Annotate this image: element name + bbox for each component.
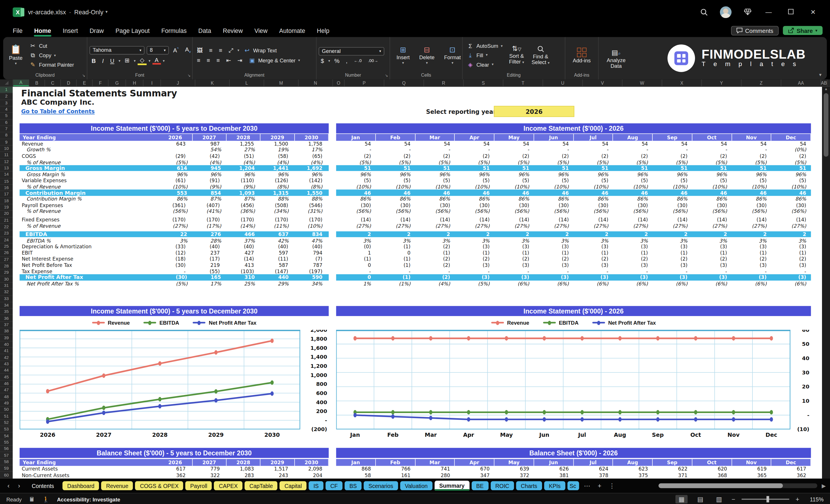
sheet-tab-roic[interactable]: ROIC [490, 481, 514, 490]
is-annual-table[interactable]: Year Ending20262027202820292030Revenue64… [20, 134, 329, 286]
column-header-E[interactable]: E [77, 80, 93, 86]
select-all-corner[interactable] [0, 80, 13, 86]
number-format-select[interactable]: General▾ [319, 47, 384, 56]
format-painter-button[interactable]: ✎Format Painter [27, 61, 76, 69]
column-header-AA[interactable]: AA [781, 80, 821, 86]
column-header-AB[interactable]: AB [821, 80, 827, 86]
premium-diamond-icon[interactable] [743, 8, 752, 16]
column-header-Y[interactable]: Y [702, 80, 742, 86]
orientation-icon[interactable]: ⤢ [226, 47, 235, 54]
row-header-28[interactable]: 28 [0, 263, 12, 270]
column-header-Q[interactable]: Q [384, 80, 424, 86]
row-header-23[interactable]: 23 [0, 230, 12, 237]
currency-icon[interactable]: $ [319, 58, 326, 64]
autosum-button[interactable]: ΣAutoSum▾ [465, 42, 505, 50]
font-name-select[interactable]: Tahoma▾ [90, 46, 145, 54]
ribbon-tab-view[interactable]: View [249, 26, 273, 35]
ribbon-tab-review[interactable]: Review [218, 26, 248, 35]
column-header-K[interactable]: K [195, 80, 230, 86]
sheet-tab-cogs-opex[interactable]: COGS & OPEX [135, 481, 183, 490]
row-header-21[interactable]: 21 [0, 217, 12, 224]
sheet-options-icon[interactable]: ⋮ [606, 482, 618, 490]
sort-filter-button[interactable]: ⇅▽ Sort &Filter ▾ [506, 45, 528, 65]
sheet-tab-summary[interactable]: Summary [435, 481, 469, 491]
row-header-55[interactable]: 55 [0, 439, 12, 446]
column-header-O[interactable]: O [333, 80, 345, 86]
row-header-56[interactable]: 56 [0, 446, 12, 452]
accessibility-status[interactable]: Accessibility: Investigate [57, 496, 120, 502]
row-header-41[interactable]: 41 [0, 348, 12, 354]
sheet-tab-revenue[interactable]: Revenue [101, 481, 133, 490]
sheet-tab-capex[interactable]: CAPEX [214, 481, 243, 490]
row-header-43[interactable]: 43 [0, 361, 12, 368]
delete-cells-button[interactable]: ⊟Delete▾ [415, 45, 439, 65]
normal-view-button[interactable]: ▦ [675, 495, 688, 503]
clipboard-dialog-launcher[interactable]: ↘ [82, 73, 85, 78]
page-break-view-button[interactable]: ▥ [713, 495, 725, 503]
ribbon-tab-formulas[interactable]: Formulas [156, 26, 192, 35]
column-header-L[interactable]: L [230, 80, 264, 86]
bold-button[interactable]: B [90, 58, 98, 64]
decrease-decimal-icon[interactable]: .00→ [366, 58, 380, 63]
row-header-15[interactable]: 15 [0, 178, 12, 185]
sheet-tab-scenarios[interactable]: Scenarios [364, 481, 398, 490]
column-header-I[interactable]: I [143, 80, 161, 86]
sheet-tab-sc[interactable]: Sc [568, 481, 579, 490]
row-header-26[interactable]: 26 [0, 250, 12, 257]
is-monthly-table[interactable]: JanFebMarAprMayJunJulAugSepOctNovDec5454… [336, 134, 811, 286]
column-header-W[interactable]: W [622, 80, 662, 86]
align-right-icon[interactable]: ≡ [214, 57, 222, 63]
sheet-tab-valuation[interactable]: Valuation [400, 481, 433, 490]
read-only-label[interactable]: Read-Only [74, 9, 103, 15]
row-header-7[interactable]: 7 [0, 126, 12, 132]
sheet-tab-bs[interactable]: BS [345, 481, 361, 490]
column-header-J[interactable]: J [161, 80, 195, 86]
row-header-45[interactable]: 45 [0, 374, 12, 380]
number-dialog-launcher[interactable]: ↘ [385, 73, 388, 78]
column-header-V[interactable]: V [583, 80, 622, 86]
sheet-tab-captable[interactable]: CapTable [245, 481, 278, 490]
restore-button[interactable] [786, 8, 796, 16]
row-header-44[interactable]: 44 [0, 368, 12, 374]
macro-record-icon[interactable]: 🖩 [29, 496, 35, 502]
more-sheets-icon[interactable]: ⋯ [581, 482, 593, 490]
row-header-53[interactable]: 53 [0, 426, 12, 433]
page-layout-view-button[interactable]: ▤ [694, 495, 706, 503]
row-header-60[interactable]: 60 [0, 472, 12, 478]
bs-annual-table[interactable]: Year Ending20262027202820292030Current A… [20, 459, 329, 478]
merge-center-button[interactable]: ▣Merge & Center▾ [247, 56, 302, 64]
toc-link[interactable]: Go to Table of Contents [21, 108, 95, 115]
column-header-N[interactable]: N [298, 80, 333, 86]
ribbon-tab-draw[interactable]: Draw [84, 26, 109, 35]
row-header-59[interactable]: 59 [0, 465, 12, 472]
find-select-button[interactable]: Find &Select ▾ [528, 45, 552, 65]
ribbon-tab-insert[interactable]: Insert [58, 26, 83, 35]
scroll-up-icon[interactable]: ▲ [822, 87, 830, 91]
sheet-tab-payroll[interactable]: Payroll [185, 481, 212, 490]
zoom-in-button[interactable]: + [796, 496, 799, 503]
row-header-32[interactable]: 32 [0, 289, 12, 296]
font-size-select[interactable]: 8▾ [147, 46, 169, 54]
tab-scroll-left-icon[interactable]: ‹ [4, 482, 13, 490]
row-header-37[interactable]: 37 [0, 322, 12, 328]
column-header-strip[interactable]: ABCDEFGHIJKLMNOPQRSTUVWXYZAAAB [0, 80, 830, 87]
align-bottom-icon[interactable]: ≡ [217, 47, 225, 54]
row-header-24[interactable]: 24 [0, 237, 12, 244]
row-header-20[interactable]: 20 [0, 211, 12, 217]
row-header-13[interactable]: 13 [0, 165, 12, 171]
fill-color-icon[interactable]: ◇ [138, 56, 147, 65]
analyze-data-button[interactable]: ▤⌕ AnalyzeData [604, 50, 629, 69]
row-header-22[interactable]: 22 [0, 224, 12, 230]
row-header-18[interactable]: 18 [0, 198, 12, 204]
row-header-6[interactable]: 6 [0, 120, 12, 126]
row-header-58[interactable]: 58 [0, 459, 12, 465]
user-avatar[interactable] [720, 6, 732, 18]
row-header-52[interactable]: 52 [0, 420, 12, 426]
insert-cells-button[interactable]: ⊞Insert▾ [392, 45, 414, 65]
row-header-strip[interactable]: 1234567891011121314151617181920212223242… [0, 87, 12, 479]
font-color-icon[interactable]: A [153, 57, 160, 65]
sheet-tab-cf[interactable]: CF [325, 481, 342, 490]
ribbon-tab-page-layout[interactable]: Page Layout [110, 26, 155, 35]
row-header-51[interactable]: 51 [0, 413, 12, 420]
row-header-47[interactable]: 47 [0, 387, 12, 393]
